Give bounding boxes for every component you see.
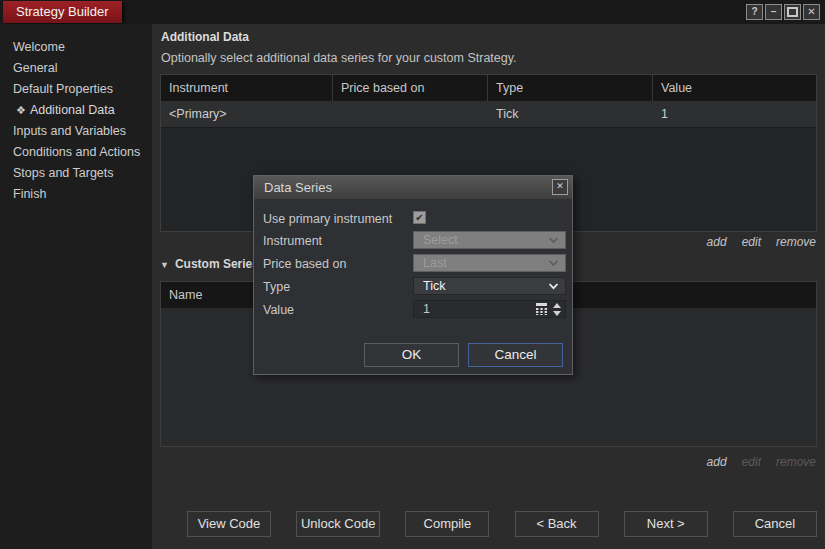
maximize-icon — [787, 7, 798, 17]
price-based-on-select: Last — [413, 254, 566, 272]
use-primary-instrument-checkbox[interactable]: ✔ — [413, 211, 426, 224]
remove-link-disabled: remove — [776, 455, 816, 469]
series-actions: add edit remove — [707, 235, 816, 249]
instrument-label: Instrument — [263, 234, 322, 248]
remove-link[interactable]: remove — [776, 235, 816, 249]
cell-price-based-on — [333, 101, 488, 127]
chevron-down-icon — [548, 283, 559, 290]
sidebar-item-stops-and-targets[interactable]: Stops and Targets — [0, 163, 152, 184]
maximize-button[interactable] — [784, 4, 801, 20]
custom-series-actions: add edit remove — [707, 455, 816, 469]
edit-link[interactable]: edit — [742, 235, 761, 249]
wizard-steps-sidebar: Welcome General Default Properties ❖Addi… — [0, 24, 152, 549]
dialog-cancel-button[interactable]: Cancel — [468, 343, 563, 367]
type-select-value: Tick — [423, 279, 445, 293]
column-header-instrument: Instrument — [161, 75, 333, 101]
close-icon: ✕ — [807, 6, 815, 17]
page-subtitle: Optionally select additional data series… — [161, 51, 517, 65]
custom-series-label: Custom Series — [175, 257, 259, 271]
edit-link-disabled: edit — [742, 455, 761, 469]
footer-button-bar: View Code Unlock Code Compile < Back Nex… — [187, 511, 817, 537]
value-input[interactable]: 1 — [413, 300, 566, 318]
spinner-down-icon[interactable] — [553, 311, 561, 316]
collapse-triangle-icon: ▼ — [160, 260, 169, 270]
close-button[interactable]: ✕ — [803, 4, 820, 20]
sidebar-item-inputs-and-variables[interactable]: Inputs and Variables — [0, 121, 152, 142]
type-select[interactable]: Tick — [413, 277, 566, 295]
data-series-table-header: Instrument Price based on Type Value — [161, 75, 816, 101]
instrument-select-value: Select — [423, 233, 458, 247]
add-link[interactable]: add — [707, 235, 727, 249]
help-icon: ? — [751, 6, 757, 17]
price-based-on-label: Price based on — [263, 257, 346, 271]
price-based-on-select-value: Last — [423, 256, 447, 270]
add-link[interactable]: add — [707, 455, 727, 469]
column-header-type: Type — [488, 75, 653, 101]
minimize-button[interactable]: – — [765, 4, 782, 20]
dialog-titlebar: Data Series ✕ — [254, 176, 572, 199]
compile-button[interactable]: Compile — [405, 511, 489, 537]
table-row[interactable]: <Primary> Tick 1 — [161, 101, 816, 128]
strategy-builder-window: Strategy Builder ? – ✕ Welcome General D… — [0, 0, 825, 549]
column-header-value: Value — [653, 75, 816, 101]
back-button[interactable]: < Back — [515, 511, 599, 537]
dialog-title: Data Series — [264, 180, 332, 195]
cell-instrument: <Primary> — [161, 101, 333, 127]
sidebar-item-default-properties[interactable]: Default Properties — [0, 79, 152, 100]
cell-type: Tick — [488, 101, 653, 127]
sidebar-item-conditions-and-actions[interactable]: Conditions and Actions — [0, 142, 152, 163]
cell-value: 1 — [653, 101, 816, 127]
page-title: Additional Data — [161, 30, 249, 44]
cancel-button[interactable]: Cancel — [733, 511, 817, 537]
column-header-price-based-on: Price based on — [333, 75, 488, 101]
view-code-button[interactable]: View Code — [187, 511, 271, 537]
ok-button[interactable]: OK — [364, 343, 459, 367]
custom-series-header[interactable]: ▼Custom Series — [160, 257, 259, 271]
data-series-dialog: Data Series ✕ Use primary instrument ✔ I… — [253, 175, 573, 375]
instrument-select: Select — [413, 231, 566, 249]
unlock-code-button[interactable]: Unlock Code — [296, 511, 380, 537]
titlebar: Strategy Builder ? – ✕ — [0, 0, 825, 24]
current-step-icon: ❖ — [16, 104, 26, 116]
close-icon: ✕ — [556, 181, 564, 191]
dialog-close-button[interactable]: ✕ — [552, 179, 568, 195]
value-input-text: 1 — [423, 302, 430, 316]
sidebar-item-general[interactable]: General — [0, 58, 152, 79]
calculator-icon[interactable] — [535, 303, 548, 315]
spinner-up-icon[interactable] — [553, 303, 561, 308]
type-label: Type — [263, 280, 290, 294]
check-icon: ✔ — [415, 212, 423, 223]
value-spinner[interactable] — [553, 303, 561, 316]
sidebar-item-additional-data[interactable]: ❖Additional Data — [0, 100, 152, 121]
sidebar-item-finish[interactable]: Finish — [0, 184, 152, 205]
window-controls: ? – ✕ — [746, 4, 820, 20]
sidebar-item-welcome[interactable]: Welcome — [0, 37, 152, 58]
value-label: Value — [263, 303, 294, 317]
minimize-icon: – — [771, 6, 777, 17]
help-button[interactable]: ? — [746, 4, 763, 20]
use-primary-instrument-label: Use primary instrument — [263, 212, 392, 226]
chevron-down-icon — [548, 260, 559, 267]
next-button[interactable]: Next > — [624, 511, 708, 537]
window-title: Strategy Builder — [3, 1, 122, 23]
chevron-down-icon — [548, 237, 559, 244]
